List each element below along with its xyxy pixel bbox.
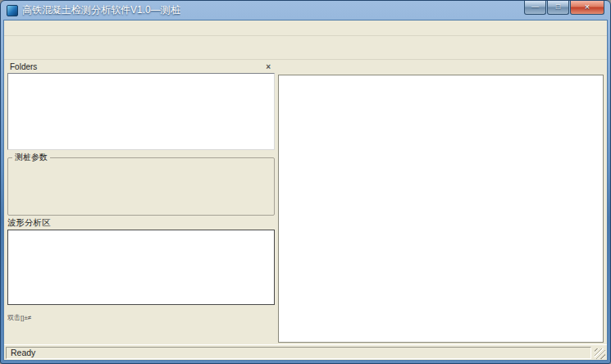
app-icon <box>7 5 18 16</box>
menu-bar <box>4 20 607 36</box>
client-area: Folders × 测桩参数 波形分析区 双击[]±≠ Ready <box>3 20 608 361</box>
resize-grip[interactable] <box>595 348 605 359</box>
tab-strip <box>278 61 604 75</box>
pile-params-group: 测桩参数 <box>7 152 275 216</box>
toolbar <box>4 36 607 60</box>
folders-title: Folders <box>10 62 37 71</box>
folder-tree[interactable] <box>7 73 275 150</box>
app-window: 高铁混凝土检测分析软件V1.0—测桩 — □ × Folders × 测桩参数 … <box>0 0 611 364</box>
depth-curves-svg <box>279 75 603 342</box>
pile-params-title: 测桩参数 <box>12 152 50 163</box>
waveform-svg <box>8 230 274 304</box>
wave-section-title: 波形分析区 <box>7 217 275 229</box>
chart-panel <box>278 61 604 343</box>
close-button[interactable]: × <box>570 1 604 15</box>
folders-panel: Folders × 测桩参数 波形分析区 双击[]±≠ <box>7 61 275 343</box>
window-controls: — □ × <box>523 1 604 15</box>
status-text: Ready <box>6 347 591 359</box>
chart-area[interactable] <box>278 75 604 343</box>
hint-text: 双击[]±≠ <box>7 313 275 322</box>
title-bar[interactable]: 高铁混凝土检测分析软件V1.0—测桩 — □ × <box>3 1 608 20</box>
minimize-button[interactable]: — <box>524 1 546 15</box>
maximize-button[interactable]: □ <box>547 1 569 15</box>
waveform-display[interactable] <box>7 230 275 305</box>
window-title: 高铁混凝土检测分析软件V1.0—测桩 <box>22 3 180 17</box>
folders-panel-header: Folders × <box>7 61 275 73</box>
panel-close-icon[interactable]: × <box>264 62 272 71</box>
status-bar: Ready <box>4 344 607 360</box>
